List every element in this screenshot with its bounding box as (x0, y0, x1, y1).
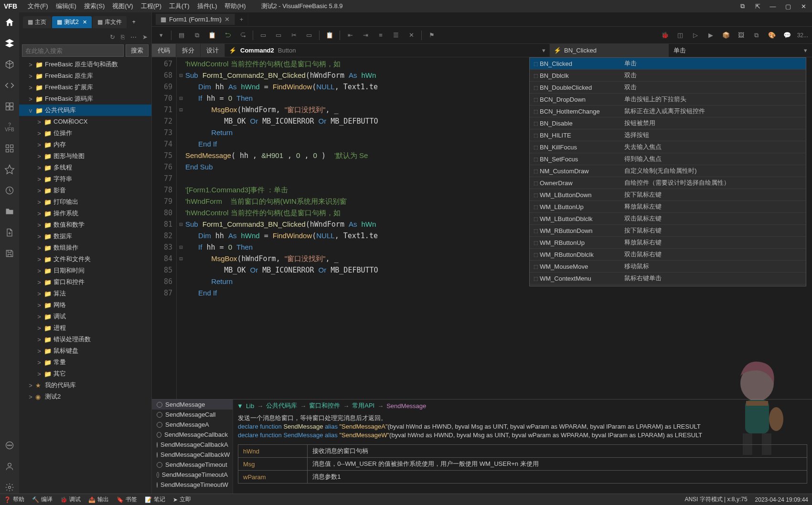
event-list-item[interactable]: ⬚BN_Dblclk双击 (530, 70, 806, 82)
result-item[interactable]: SendMessageTimeoutA (152, 470, 233, 480)
doc-tab[interactable]: ▦测试2✕ (52, 16, 92, 28)
event-list-item[interactable]: ⬚NM_CustomDraw自定义绘制(无自绘属性时) (530, 165, 806, 177)
step-icon[interactable]: ▶ (705, 30, 716, 41)
tree-item[interactable]: >📁位操作 (19, 127, 151, 139)
run-icon[interactable]: ▷ (690, 30, 701, 41)
tree-item[interactable]: >📁数值和数学 (19, 219, 151, 231)
tree-item[interactable]: >📁操作系统 (19, 208, 151, 219)
tree-item[interactable]: >📁调试 (19, 311, 151, 322)
tree-item[interactable]: >📁打印输出 (19, 196, 151, 208)
chat-icon[interactable] (3, 439, 16, 452)
search-button[interactable]: 搜索 (126, 44, 149, 57)
tree-item[interactable]: >📁算法 (19, 288, 151, 299)
tree-item[interactable]: >📁日期和时间 (19, 265, 151, 276)
grid-icon[interactable] (3, 100, 16, 113)
settings-icon[interactable] (3, 481, 16, 494)
doc-tab[interactable]: ▦主页 (23, 16, 51, 28)
doc-tab[interactable]: ▦库文件 (93, 16, 127, 28)
tree-item[interactable]: >📁FreeBasic 扩展库 (19, 82, 151, 93)
paste-icon[interactable]: 📋 (207, 30, 217, 41)
flag-icon[interactable]: ⚑ (427, 30, 437, 41)
event-list-item[interactable]: ⬚BN_Clicked单击 (530, 58, 806, 70)
palette-icon[interactable]: 🎨 (767, 30, 777, 41)
search-input[interactable] (22, 44, 124, 57)
status-item[interactable]: 🔨编译 (32, 495, 53, 504)
clipboard-icon[interactable]: 📋 (324, 30, 335, 41)
cube-icon[interactable]: ◫ (675, 30, 685, 41)
redo-icon[interactable]: ⮎ (237, 30, 248, 41)
save-icon[interactable] (3, 247, 16, 260)
tree-item[interactable]: >📁数组操作 (19, 242, 151, 253)
event-list-item[interactable]: ⬚WM_MouseWheel旋转鼠标滚轮 (530, 284, 806, 286)
menu-item[interactable]: 工具(T) (165, 1, 193, 11)
file-tab[interactable]: ▦Form1 (Form1.frm)✕ (156, 14, 235, 25)
breadcrumb-item[interactable]: 公共代码库 (266, 401, 297, 410)
event-list-item[interactable]: ⬚OwnerDraw自绘控件（需要设计时选择自绘属性） (530, 177, 806, 189)
result-item[interactable]: SendMessageTimeout (152, 460, 233, 470)
event-list-item[interactable]: ⬚WM_RButtonUp释放鼠标右键 (530, 237, 806, 249)
breadcrumb-item[interactable]: 常用API (352, 401, 374, 410)
status-item[interactable]: 🐞调试 (60, 495, 81, 504)
menu-item[interactable]: 插件(L) (193, 1, 221, 11)
refresh-icon[interactable]: ↻ (110, 33, 115, 41)
result-item[interactable]: SendMessageTimeoutW (152, 480, 233, 490)
tree-item[interactable]: >📁窗口和控件 (19, 276, 151, 288)
status-item[interactable]: 📝笔记 (145, 495, 165, 504)
tree-item[interactable]: >📁FreeBasic 原生语句和函数 (19, 59, 151, 70)
layers-icon[interactable] (3, 37, 16, 50)
result-item[interactable]: SendMessage (152, 400, 233, 410)
result-item[interactable]: SendMessageCall (152, 410, 233, 420)
event-list-item[interactable]: ⬚BCN_DropDown单击按钮上的下拉箭头 (530, 94, 806, 105)
event-selector[interactable]: ⚡ BN_Clicked (549, 44, 669, 57)
tree-item[interactable]: >★我的代码库 (19, 379, 151, 391)
cut-icon[interactable]: ✂ (288, 30, 299, 41)
event-dropdown-icon[interactable]: ▾ (804, 47, 807, 54)
view-tab[interactable]: 代码 (152, 44, 176, 57)
event-list-item[interactable]: ⬚BN_SetFocus得到输入焦点 (530, 153, 806, 165)
tree-item[interactable]: >📁多线程 (19, 162, 151, 173)
apps-icon[interactable] (3, 142, 16, 155)
event-list-item[interactable]: ⬚WM_LButtonDblclk双击鼠标左键 (530, 213, 806, 225)
copy-icon[interactable]: ⎘ (121, 33, 125, 41)
status-item[interactable]: ➤立即 (173, 495, 191, 504)
view-tab[interactable]: 设计 (201, 44, 225, 57)
tree-item[interactable]: v📁公共代码库 (19, 105, 151, 116)
close-button[interactable]: ✕ (799, 1, 808, 11)
copy-file-icon[interactable]: ⧉ (192, 30, 202, 41)
status-item[interactable]: 📤输出 (88, 495, 109, 504)
result-item[interactable]: SendMessageCallbackA (152, 440, 233, 450)
tree-item[interactable]: >📁内存 (19, 139, 151, 150)
menu-item[interactable]: 编辑(E) (52, 1, 80, 11)
tree-item[interactable]: >📁鼠标键盘 (19, 345, 151, 357)
list-icon[interactable]: ☰ (391, 30, 401, 41)
add-tab-button[interactable]: + (128, 17, 140, 27)
breadcrumb-item[interactable]: Lib (246, 402, 254, 410)
comment-icon[interactable]: 💬 (782, 30, 792, 41)
tree-item[interactable]: >📁FreeBasic 原生库 (19, 70, 151, 82)
menu-item[interactable]: 工程(P) (137, 1, 165, 11)
tree-item[interactable]: >📁常量 (19, 357, 151, 368)
clock-icon[interactable] (3, 184, 16, 197)
event-list-item[interactable]: ⬚WM_RButtonDblclk双击鼠标右键 (530, 249, 806, 261)
tree-item[interactable]: >◉测试2 (19, 391, 151, 402)
undo-icon[interactable]: ⮌ (222, 30, 233, 41)
cross-icon[interactable]: ✕ (406, 30, 417, 41)
event-list-item[interactable]: ⬚WM_LButtonUp释放鼠标左键 (530, 201, 806, 213)
pop-out-icon[interactable]: ⧉ (737, 1, 747, 11)
add-file-tab[interactable]: + (235, 14, 249, 25)
event-dropdown-list[interactable]: ⬚BN_Clicked单击⬚BN_Dblclk双击⬚BN_DoubleClick… (529, 57, 806, 286)
pin-icon[interactable]: ⇱ (753, 1, 762, 11)
tool-icon[interactable]: ▭ (258, 30, 268, 41)
cube-icon[interactable] (3, 58, 16, 71)
event-list-item[interactable]: ⬚WM_MouseMove移动鼠标 (530, 261, 806, 273)
tree-item[interactable]: >📁进程 (19, 322, 151, 334)
result-item[interactable]: SendMessageCallback (152, 430, 233, 440)
status-item[interactable]: 🔖书签 (117, 495, 137, 504)
indent-less-icon[interactable]: ⇤ (345, 30, 355, 41)
code-library-tree[interactable]: >📁FreeBasic 原生语句和函数>📁FreeBasic 原生库>📁Free… (19, 59, 151, 494)
tree-item[interactable]: >📁数据库 (19, 231, 151, 242)
more-icon[interactable]: ⋯ (130, 33, 137, 41)
search-result-list[interactable]: SendMessageSendMessageCallSendMessageASe… (152, 400, 233, 494)
save-icon[interactable]: ▤ (176, 30, 187, 41)
indent-more-icon[interactable]: ⇥ (360, 30, 371, 41)
